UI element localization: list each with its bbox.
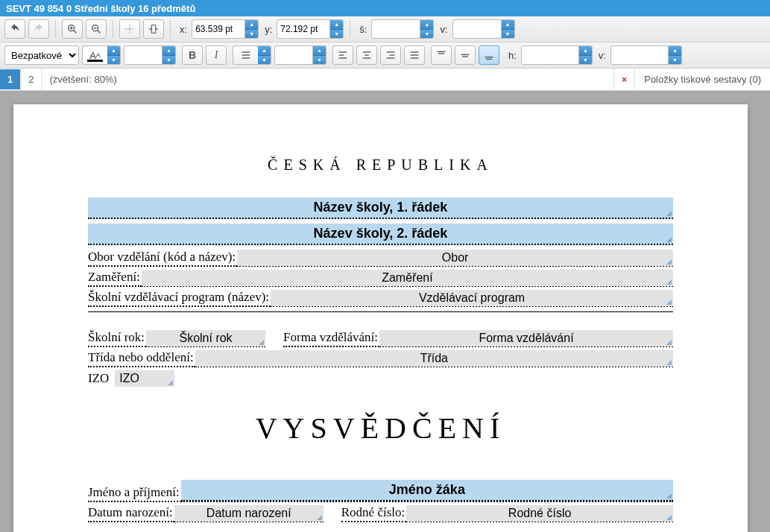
svg-line-5 xyxy=(98,31,100,33)
crosshair-icon xyxy=(124,23,136,35)
zoom-in-button[interactable] xyxy=(62,19,83,39)
y-label: y: xyxy=(265,24,272,35)
expand-button[interactable] xyxy=(143,19,164,39)
program-row: Školní vzdělávací program (název): Vzděl… xyxy=(88,290,673,307)
page-tab-2[interactable]: 2 xyxy=(21,69,42,89)
expand-icon xyxy=(148,23,160,35)
font-family-select[interactable]: Bezpatkové xyxy=(4,45,79,65)
y-input[interactable] xyxy=(277,19,330,39)
jmeno-label: Jméno a příjmení: xyxy=(88,485,181,502)
crosshair-button[interactable] xyxy=(119,19,140,39)
valign-top-icon xyxy=(435,49,447,61)
rok-forma-row: Školní rok: Školní rok Forma vzdělávání:… xyxy=(88,330,673,347)
school-name-2-field[interactable]: Název školy, 2. řádek xyxy=(88,224,673,245)
obor-label: Obor vzdělání (kód a název): xyxy=(88,250,237,267)
datum-field[interactable]: Datum narození xyxy=(174,505,324,522)
izo-field[interactable]: IZO xyxy=(115,370,174,387)
jmeno-row: Jméno a příjmení: Jméno žáka xyxy=(88,480,673,502)
tab-bar: 1 2 (zvětšení: 80%) × Položky tiskové se… xyxy=(0,69,770,91)
text-color-button[interactable]: AA xyxy=(82,45,107,65)
country-heading: ČESKÁ REPUBLIKA xyxy=(88,156,673,174)
format-toolbar: Bezpatkové AA ▲▼ ▲▼ B I ▲▼ ▲▼ h: ▲▼ v: ▲… xyxy=(0,42,770,69)
zoom-in-icon xyxy=(66,23,78,35)
height-spinner[interactable]: ▲▼ xyxy=(502,19,515,39)
trida-label: Třída nebo oddělení: xyxy=(88,350,195,367)
x-input[interactable] xyxy=(192,19,245,39)
align-center-button[interactable] xyxy=(356,45,377,65)
valign-bottom-button[interactable] xyxy=(479,45,499,65)
section-divider-1 xyxy=(88,311,673,312)
width-input[interactable] xyxy=(371,19,420,39)
undo-icon xyxy=(9,23,21,35)
font-size-spinner[interactable]: ▲▼ xyxy=(162,45,176,65)
rodne-label: Rodné číslo: xyxy=(341,505,406,522)
forma-label: Forma vzdělávání: xyxy=(283,330,379,347)
align-right-button[interactable] xyxy=(380,45,401,65)
align-justify-icon xyxy=(408,49,420,61)
line-spacing-dropdown[interactable]: ▲▼ xyxy=(258,45,271,65)
font-size-input[interactable] xyxy=(124,45,162,65)
trida-row: Třída nebo oddělení: Třída xyxy=(88,350,673,367)
italic-button[interactable]: I xyxy=(206,45,227,65)
valign-top-button[interactable] xyxy=(431,45,452,65)
dim-h-input[interactable] xyxy=(521,45,579,65)
height-label: v: xyxy=(440,24,447,35)
line-spacing-icon xyxy=(240,49,252,61)
x-label: x: xyxy=(180,24,187,35)
dim-h-spinner[interactable]: ▲▼ xyxy=(579,45,593,65)
width-label: š: xyxy=(359,24,367,35)
right-panel-label[interactable]: Položky tiskové sestavy (0) xyxy=(634,69,770,89)
school-name-1-field[interactable]: Název školy, 1. řádek xyxy=(88,197,673,219)
zoom-info: (zvětšení: 80%) xyxy=(42,69,613,89)
width-spinner[interactable]: ▲▼ xyxy=(420,19,434,39)
undo-button[interactable] xyxy=(4,19,25,39)
page-tab-1[interactable]: 1 xyxy=(0,69,21,89)
rok-label: Školní rok: xyxy=(88,330,146,347)
valign-middle-icon xyxy=(459,49,471,61)
dim-v-spinner[interactable]: ▲▼ xyxy=(669,45,682,65)
dim-v-label: v: xyxy=(599,50,606,61)
trida-field[interactable]: Třída xyxy=(195,350,673,367)
izo-row: IZO IZO xyxy=(88,370,673,387)
valign-middle-button[interactable] xyxy=(455,45,476,65)
zoom-out-button[interactable] xyxy=(86,19,107,39)
align-justify-button[interactable] xyxy=(404,45,425,65)
align-right-icon xyxy=(385,49,397,61)
spacing-input[interactable] xyxy=(274,45,313,65)
text-color-dropdown[interactable]: ▲▼ xyxy=(107,45,121,65)
x-spinner[interactable]: ▲▼ xyxy=(245,19,259,39)
align-left-icon xyxy=(337,49,349,61)
obor-row: Obor vzdělání (kód a název): Obor xyxy=(88,250,673,267)
rok-field[interactable]: Školní rok xyxy=(146,330,265,346)
datum-label: Datum narození: xyxy=(88,505,174,522)
align-center-icon xyxy=(361,49,373,61)
forma-field[interactable]: Forma vzdělávání xyxy=(379,330,673,346)
bold-button[interactable]: B xyxy=(182,45,203,65)
zamereni-label: Zaměření: xyxy=(88,270,142,287)
izo-label: IZO xyxy=(88,371,110,387)
rodne-field[interactable]: Rodné číslo xyxy=(406,505,673,522)
spacing-spinner[interactable]: ▲▼ xyxy=(313,45,326,65)
main-toolbar: x: ▲▼ y: ▲▼ š: ▲▼ v: ▲▼ xyxy=(0,16,770,42)
svg-line-1 xyxy=(74,31,76,33)
window-title-bar: SEVT 49 854 0 Střední školy 16 předmětů xyxy=(0,0,770,16)
obor-field[interactable]: Obor xyxy=(237,250,673,266)
svg-rect-9 xyxy=(151,25,155,34)
dim-h-label: h: xyxy=(508,50,517,61)
canvas-area[interactable]: ČESKÁ REPUBLIKA Název školy, 1. řádek Ná… xyxy=(0,91,770,532)
zamereni-field[interactable]: Zaměření xyxy=(142,270,673,286)
program-field[interactable]: Vzdělávací program xyxy=(271,290,673,306)
dim-v-input[interactable] xyxy=(610,45,669,65)
datum-rodne-row: Datum narození: Datum narození Rodné čís… xyxy=(88,505,673,522)
align-left-button[interactable] xyxy=(332,45,353,65)
height-input[interactable] xyxy=(452,19,502,39)
certificate-title: VYSVĚDČENÍ xyxy=(88,411,673,446)
close-panel-button[interactable]: × xyxy=(613,69,635,89)
valign-bottom-icon xyxy=(483,49,495,61)
jmeno-field[interactable]: Jméno žáka xyxy=(181,480,673,501)
document-page[interactable]: ČESKÁ REPUBLIKA Název školy, 1. řádek Ná… xyxy=(13,104,748,532)
redo-button[interactable] xyxy=(28,19,49,39)
line-spacing-button[interactable] xyxy=(233,45,258,65)
zamereni-row: Zaměření: Zaměření xyxy=(88,270,673,287)
y-spinner[interactable]: ▲▼ xyxy=(330,19,344,39)
